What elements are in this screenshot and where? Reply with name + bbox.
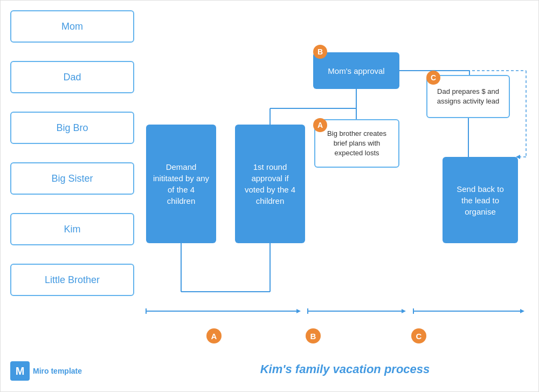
- sendback-box: Send back to the lead to organise: [443, 157, 518, 243]
- logo-text: Miro template: [33, 367, 82, 375]
- badge-phase-b: B: [306, 328, 321, 343]
- sidebar-label-dad: Dad: [10, 61, 134, 93]
- badge-b-mom: B: [313, 45, 327, 59]
- badge-a-bigbro: A: [313, 118, 327, 132]
- badge-phase-a: A: [206, 328, 222, 343]
- svg-marker-23: [520, 309, 524, 313]
- sidebar-label-kim: Kim: [10, 213, 134, 245]
- badge-phase-c: C: [411, 328, 426, 343]
- diagram-container: Mom Dad Big Bro Big Sister Kim Little Br…: [0, 0, 539, 392]
- sidebar-label-mom: Mom: [10, 10, 134, 43]
- sidebar-label-bigbro: Big Bro: [10, 112, 134, 144]
- svg-marker-20: [402, 309, 406, 313]
- firstround-box: 1st round approval if voted by the 4 chi…: [235, 125, 305, 243]
- badge-c-dad: C: [426, 71, 440, 85]
- svg-marker-16: [296, 309, 301, 313]
- sidebar-label-littlebrother: Little Brother: [10, 264, 134, 296]
- logo-area: M Miro template: [10, 361, 82, 381]
- momsapproval-box: Mom's approval: [313, 52, 399, 89]
- bottom-title: Kim's family vacation process: [162, 362, 528, 376]
- logo-m-icon: M: [10, 361, 30, 381]
- sidebar-label-bigsister: Big Sister: [10, 162, 134, 195]
- demand-box: Demand inititated by any of the 4 childr…: [146, 125, 216, 243]
